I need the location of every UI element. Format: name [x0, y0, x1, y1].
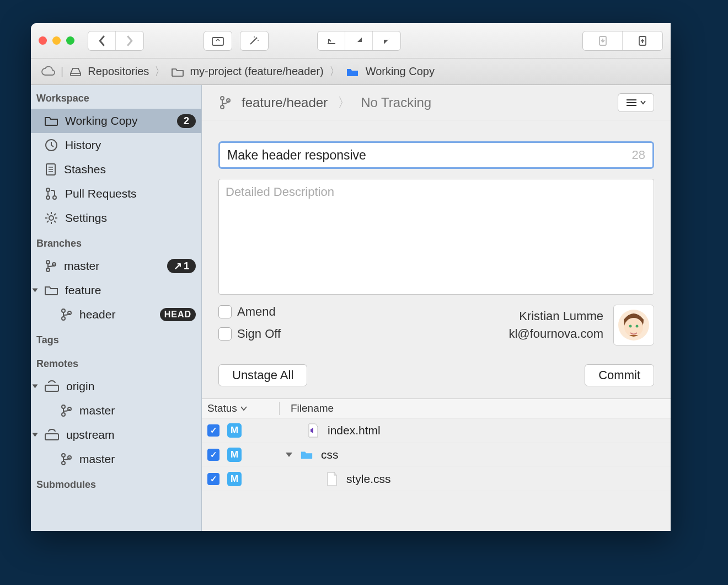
sidebar-branch-header[interactable]: header HEAD: [31, 302, 201, 327]
magic-button[interactable]: [240, 31, 269, 51]
unstage-all-button[interactable]: Unstage All: [218, 364, 307, 386]
svg-point-8: [46, 188, 50, 192]
stage-checkbox[interactable]: ✓: [207, 424, 220, 437]
svg-point-19: [62, 405, 65, 408]
svg-point-26: [221, 97, 224, 100]
sidebar-branch-feature[interactable]: feature: [31, 278, 201, 302]
svg-point-1: [256, 37, 258, 39]
status-badge: M: [227, 472, 242, 486]
back-button[interactable]: [88, 31, 116, 50]
folder-open-icon: [346, 66, 360, 77]
toolbar: [31, 23, 671, 59]
status-column-header[interactable]: Status: [207, 402, 268, 414]
file-row[interactable]: ✓ M index.html: [202, 418, 671, 443]
sidebar-item-label: header: [79, 308, 115, 321]
pull-button[interactable]: [345, 31, 373, 50]
sidebar-item-label: master: [79, 404, 115, 417]
author-email: kl@fournova.com: [508, 327, 603, 341]
sidebar-remote-origin-master[interactable]: master: [31, 398, 201, 423]
author-name: Kristian Lumme: [508, 309, 603, 323]
commit-author: Kristian Lumme kl@fournova.com: [508, 305, 654, 345]
sidebar-item-label: master: [79, 453, 115, 466]
disclosure-icon[interactable]: [33, 289, 38, 292]
stash-save-button[interactable]: [583, 31, 623, 50]
stage-checkbox[interactable]: ✓: [207, 473, 220, 485]
branch-icon: [60, 307, 73, 322]
svg-rect-18: [45, 385, 58, 391]
disk-icon: [69, 66, 82, 77]
sidebar-remote-upstream[interactable]: upstream: [31, 423, 201, 447]
commit-button[interactable]: Commit: [585, 364, 654, 386]
svg-point-23: [62, 454, 65, 457]
summary-field-wrap: 28: [218, 141, 654, 169]
file-row[interactable]: ✓ M css: [202, 443, 671, 467]
status-badge: M: [227, 423, 242, 438]
crumb-repos[interactable]: Repositories: [88, 65, 149, 78]
app-window: | Repositories 〉 my-project (feature/hea…: [31, 23, 671, 531]
svg-point-12: [46, 260, 50, 264]
html-file-icon: [307, 423, 320, 438]
stage-checkbox[interactable]: ✓: [207, 449, 220, 461]
main-panel: feature/header 〉 No Tracking 28 Detailed…: [202, 85, 671, 531]
current-branch[interactable]: feature/header: [242, 95, 328, 110]
sidebar-item-label: origin: [66, 380, 94, 393]
sidebar-remote-upstream-master[interactable]: master: [31, 447, 201, 471]
svg-point-32: [636, 325, 639, 328]
disclosure-icon[interactable]: [33, 385, 38, 389]
remote-icon: [44, 380, 60, 393]
nav-segment: [88, 31, 144, 51]
signoff-checkbox[interactable]: Sign Off: [218, 327, 281, 341]
char-count: 28: [632, 148, 645, 162]
zoom-window[interactable]: [66, 36, 74, 45]
sidebar-working-copy[interactable]: Working Copy 2: [31, 109, 201, 133]
forward-button[interactable]: [116, 31, 143, 50]
crumb-leaf[interactable]: Working Copy: [366, 65, 435, 78]
sidebar-item-label: Pull Requests: [65, 187, 137, 200]
folder-icon: [300, 447, 313, 462]
fetch-button[interactable]: [318, 31, 345, 50]
folder-icon: [171, 66, 184, 77]
fetch-pull-push-segment: [317, 31, 401, 51]
svg-point-10: [53, 196, 56, 199]
amend-label: Amend: [237, 305, 276, 319]
push-button[interactable]: [373, 31, 400, 50]
sidebar-remote-origin[interactable]: origin: [31, 374, 201, 398]
amend-checkbox[interactable]: Amend: [218, 305, 281, 319]
svg-point-15: [62, 309, 65, 312]
filename: css: [321, 448, 339, 461]
sidebar-settings[interactable]: Settings: [31, 206, 201, 230]
sidebar-item-label: Stashes: [64, 163, 106, 176]
workspace-header: Workspace: [31, 85, 201, 109]
commit-summary-input[interactable]: [227, 148, 632, 163]
filename-column-header[interactable]: Filename: [291, 402, 334, 414]
tracking-status[interactable]: No Tracking: [361, 95, 431, 110]
status-badge: M: [227, 448, 242, 462]
sidebar-item-label: History: [65, 139, 101, 152]
sidebar-item-label: Settings: [65, 211, 107, 225]
sidebar: Workspace Working Copy 2 History Stashes…: [31, 85, 202, 531]
branches-header: Branches: [31, 230, 201, 254]
submodules-header: Submodules: [31, 471, 201, 495]
sidebar-branch-master[interactable]: master 1: [31, 254, 201, 278]
tags-header: Tags: [31, 327, 201, 350]
commit-description-input[interactable]: Detailed Description: [218, 179, 654, 295]
sidebar-history[interactable]: History: [31, 133, 201, 157]
commit-form: 28 Detailed Description Amend Sign Off: [202, 120, 671, 355]
close-window[interactable]: [39, 36, 47, 45]
svg-point-31: [629, 325, 632, 328]
avatar[interactable]: [613, 305, 654, 345]
sidebar-stashes[interactable]: Stashes: [31, 157, 201, 182]
svg-point-3: [254, 36, 255, 38]
stash-segment: [582, 31, 663, 51]
crumb-project[interactable]: my-project (feature/header): [190, 65, 323, 78]
branch-menu-button[interactable]: [618, 93, 654, 112]
minimize-window[interactable]: [52, 36, 61, 45]
svg-point-2: [258, 40, 259, 41]
disclosure-icon[interactable]: [286, 453, 292, 457]
svg-point-24: [62, 461, 65, 465]
file-row[interactable]: ✓ M style.css: [202, 467, 671, 491]
stash-apply-button[interactable]: [623, 31, 662, 50]
sidebar-pull-requests[interactable]: Pull Requests: [31, 182, 201, 206]
disclosure-icon[interactable]: [33, 433, 38, 437]
quick-open-button[interactable]: [204, 31, 232, 51]
